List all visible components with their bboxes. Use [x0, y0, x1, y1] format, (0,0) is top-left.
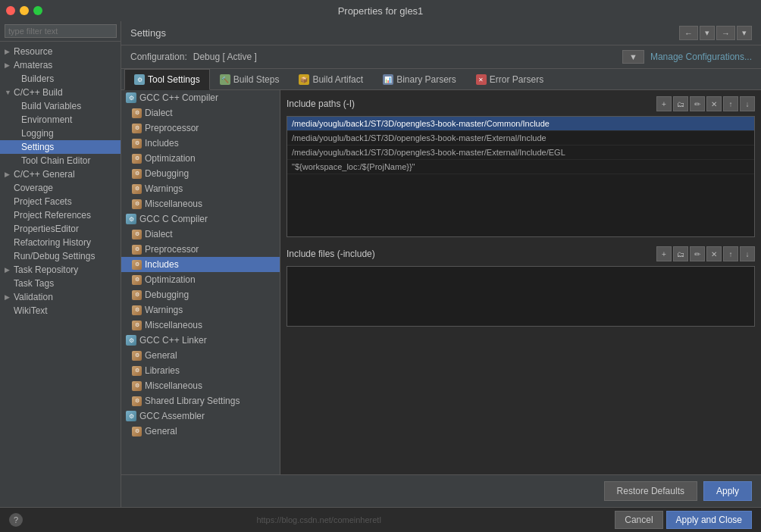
sidebar-item-wikitext[interactable]: WikiText — [0, 304, 121, 318]
tab-error-parsers[interactable]: ✕Error Parsers — [466, 69, 553, 89]
window-controls[interactable] — [6, 6, 42, 15]
tool-tree-item-linker-shared[interactable]: ⚙Shared Library Settings — [121, 393, 280, 408]
include-paths-actions: + 🗂 ✏ ✕ ↑ ↓ — [656, 96, 755, 111]
add-path-button[interactable]: + — [656, 96, 672, 111]
tool-tree-item-optimization[interactable]: ⚙Optimization — [121, 151, 280, 166]
tool-tree-item-miscellaneous[interactable]: ⚙Miscellaneous — [121, 196, 280, 211]
add-file-button[interactable]: + — [656, 246, 672, 261]
path-item[interactable]: /media/youglu/back1/ST/3D/opengles3-book… — [287, 117, 754, 131]
tab-tool-settings[interactable]: ⚙Tool Settings — [124, 69, 210, 90]
sub-icon: ⚙ — [132, 427, 142, 437]
minimize-button[interactable] — [20, 6, 29, 15]
sub-icon: ⚙ — [132, 154, 142, 164]
sidebar-item-run-debug-settings[interactable]: Run/Debug Settings — [0, 249, 121, 263]
include-files-actions: + 🗂 ✏ ✕ ↑ ↓ — [656, 246, 755, 261]
tool-tree-item-c-optimization[interactable]: ⚙Optimization — [121, 272, 280, 287]
sidebar-item-label: Logging — [21, 128, 54, 139]
nav-back-dropdown[interactable]: ▾ — [700, 26, 715, 40]
sidebar-item-properties-editor[interactable]: PropertiesEditor — [0, 222, 121, 236]
move-down-button[interactable]: ↓ — [740, 96, 755, 111]
tool-tree-item-linker-general[interactable]: ⚙General — [121, 348, 280, 363]
tool-tree-item-linker-libraries[interactable]: ⚙Libraries — [121, 363, 280, 378]
move-file-up-button[interactable]: ↑ — [723, 246, 738, 261]
tool-tree-item-assembler-general[interactable]: ⚙General — [121, 424, 280, 439]
tool-tree: ⚙GCC C++ Compiler⚙Dialect⚙Preprocessor⚙I… — [121, 90, 280, 474]
sidebar-item-project-facets[interactable]: Project Facets — [0, 195, 121, 208]
tool-tree-item-gcc-assembler[interactable]: ⚙GCC Assembler — [121, 408, 280, 424]
move-up-button[interactable]: ↑ — [723, 96, 738, 111]
sidebar-item-cc-general[interactable]: ▶C/C++ General — [0, 167, 121, 181]
maximize-button[interactable] — [33, 6, 42, 15]
tool-item-label: Debugging — [145, 289, 189, 300]
edit-path-button[interactable]: ✏ — [690, 96, 705, 111]
sidebar-item-label: Tool Chain Editor — [21, 155, 90, 166]
sidebar-item-project-refs[interactable]: Project References — [0, 208, 121, 222]
sidebar-item-cc-build[interactable]: ▼C/C++ Build — [0, 86, 121, 99]
tab-build-steps[interactable]: 🔨Build Steps — [210, 69, 290, 89]
sidebar-item-resource[interactable]: ▶Resource — [0, 45, 121, 58]
tool-tree-item-gcc-c[interactable]: ⚙GCC C Compiler — [121, 211, 280, 227]
sidebar-item-builders[interactable]: Builders — [0, 72, 121, 86]
close-button[interactable] — [6, 6, 15, 15]
restore-defaults-button[interactable]: Restore Defaults — [604, 481, 697, 501]
add-file-workspace-button[interactable]: 🗂 — [673, 246, 688, 261]
sidebar-item-label: Task Repository — [14, 264, 78, 275]
delete-file-button[interactable]: ✕ — [706, 246, 722, 261]
tool-tree-item-c-miscellaneous[interactable]: ⚙Miscellaneous — [121, 318, 280, 333]
main-container: ✕ ▶Resource▶AmaterasBuilders▼C/C++ Build… — [0, 21, 761, 507]
nav-forward-dropdown[interactable]: ▾ — [737, 26, 752, 40]
config-dropdown-button[interactable]: ▼ — [622, 50, 644, 64]
filter-input[interactable] — [5, 24, 117, 38]
tool-item-label: GCC C Compiler — [139, 214, 208, 224]
tool-tree-item-c-warnings[interactable]: ⚙Warnings — [121, 302, 280, 318]
nav-forward-button[interactable]: → — [716, 26, 735, 40]
sub-icon: ⚙ — [132, 290, 142, 300]
path-item[interactable]: /media/youglu/back1/ST/3D/opengles3-book… — [287, 131, 754, 146]
tab-binary-parsers[interactable]: 📊Binary Parsers — [373, 69, 466, 89]
tool-tree-item-c-debugging[interactable]: ⚙Debugging — [121, 287, 280, 302]
sidebar-item-coverage[interactable]: Coverage — [0, 181, 121, 195]
config-bar: Configuration: Debug [ Active ] ▼ Manage… — [121, 45, 761, 69]
tool-tree-item-warnings[interactable]: ⚙Warnings — [121, 181, 280, 196]
sidebar-item-label: Amateras — [14, 60, 52, 70]
sidebar-item-build-variables[interactable]: Build Variables — [0, 99, 121, 113]
apply-and-close-button[interactable]: Apply and Close — [666, 511, 752, 529]
sidebar-item-label: WikiText — [14, 305, 48, 316]
nav-back-button[interactable]: ← — [679, 26, 698, 40]
sidebar-tree: ▶Resource▶AmaterasBuilders▼C/C++ BuildBu… — [0, 42, 121, 507]
sidebar-item-task-repository[interactable]: ▶Task Repository — [0, 263, 121, 277]
tool-tree-item-cpp-includes[interactable]: ⚙Includes — [121, 136, 280, 151]
tool-tree-item-gcc-cpp[interactable]: ⚙GCC C++ Compiler — [121, 90, 280, 105]
tool-tree-item-c-preprocessor[interactable]: ⚙Preprocessor — [121, 242, 280, 257]
sidebar-item-environment[interactable]: Environment — [0, 113, 121, 127]
add-workspace-button[interactable]: 🗂 — [673, 96, 688, 111]
delete-path-button[interactable]: ✕ — [706, 96, 722, 111]
sub-icon: ⚙ — [132, 275, 142, 285]
tool-tree-item-c-dialect[interactable]: ⚙Dialect — [121, 227, 280, 242]
edit-file-button[interactable]: ✏ — [690, 246, 705, 261]
manage-configurations-link[interactable]: Manage Configurations... — [650, 52, 752, 62]
tool-tree-item-c-includes[interactable]: ⚙Includes — [121, 257, 280, 272]
tool-tree-item-debugging[interactable]: ⚙Debugging — [121, 166, 280, 181]
tool-item-label: Optimization — [145, 274, 196, 285]
apply-button[interactable]: Apply — [703, 481, 752, 501]
tab-build-artifact[interactable]: 📦Build Artifact — [289, 69, 373, 89]
bottom-bar: Restore Defaults Apply — [121, 474, 761, 507]
path-item[interactable]: /media/youglu/back1/ST/3D/opengles3-book… — [287, 146, 754, 160]
path-item[interactable]: "${workspace_loc:/${ProjName}}" — [287, 160, 754, 174]
help-icon[interactable]: ? — [9, 513, 23, 527]
sidebar-item-settings[interactable]: Settings — [0, 140, 121, 154]
sidebar-item-tool-chain-editor[interactable]: Tool Chain Editor — [0, 154, 121, 167]
sidebar-item-task-tags[interactable]: Task Tags — [0, 277, 121, 290]
cancel-button[interactable]: Cancel — [615, 511, 662, 529]
sidebar-item-validation[interactable]: ▶Validation — [0, 290, 121, 304]
tool-tree-item-linker-misc[interactable]: ⚙Miscellaneous — [121, 378, 280, 393]
tool-tree-item-preprocessor[interactable]: ⚙Preprocessor — [121, 120, 280, 136]
tool-tree-item-gcc-linker[interactable]: ⚙GCC C++ Linker — [121, 333, 280, 348]
move-file-down-button[interactable]: ↓ — [740, 246, 755, 261]
sidebar-item-amateras[interactable]: ▶Amateras — [0, 58, 121, 72]
sidebar-item-label: Refactoring History — [14, 237, 91, 248]
tool-tree-item-dialect[interactable]: ⚙Dialect — [121, 105, 280, 120]
sidebar-item-refactoring-history[interactable]: Refactoring History — [0, 236, 121, 249]
sidebar-item-logging[interactable]: Logging — [0, 127, 121, 140]
